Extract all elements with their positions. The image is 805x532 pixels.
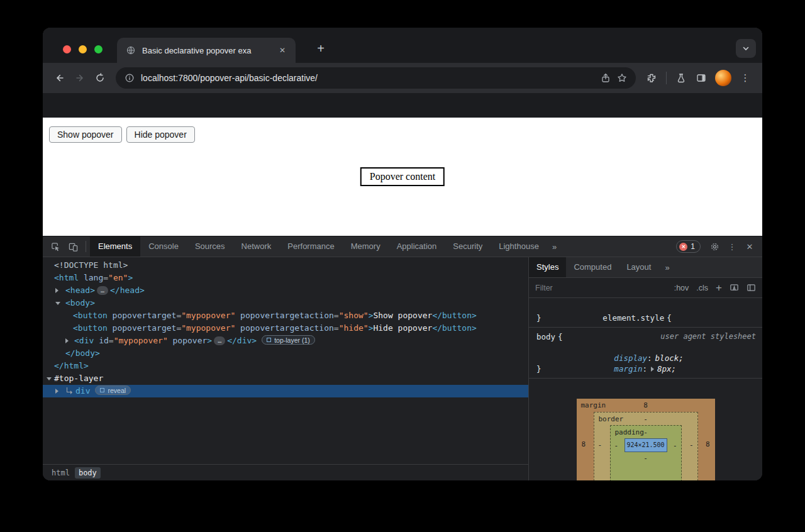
- tree-row[interactable]: <body>: [43, 297, 528, 309]
- body-style-rule[interactable]: body{ user agent stylesheet display:bloc…: [529, 328, 762, 379]
- sidebar-tab-styles[interactable]: Styles: [529, 257, 566, 277]
- tree-token: </head>: [110, 285, 145, 295]
- device-toolbar-icon[interactable]: [64, 238, 82, 255]
- expand-arrow-icon[interactable]: [55, 389, 58, 394]
- show-popover-button[interactable]: Show popover: [49, 126, 122, 143]
- back-button[interactable]: [50, 69, 69, 87]
- new-style-rule-button[interactable]: +: [716, 283, 722, 292]
- css-property-display[interactable]: display:block;: [536, 342, 756, 353]
- browser-menu-kebab-icon[interactable]: ⋮: [736, 69, 755, 87]
- reload-button[interactable]: [91, 69, 109, 87]
- tree-row[interactable]: #top-layer: [43, 372, 528, 385]
- site-info-icon[interactable]: [125, 73, 135, 83]
- devtools-tab-bar: ElementsConsoleSourcesNetworkPerformance…: [90, 236, 547, 257]
- inline-expand-button[interactable]: …: [214, 336, 225, 345]
- url-text[interactable]: localhost:7800/popover-api/basic-declara…: [141, 73, 594, 83]
- collapse-arrow-icon[interactable]: [55, 302, 60, 305]
- hide-popover-button[interactable]: Hide popover: [126, 126, 195, 143]
- tree-token: >: [128, 273, 133, 282]
- sidebar-tab-computed[interactable]: Computed: [566, 257, 619, 277]
- tree-token: =: [334, 311, 339, 320]
- toggle-computed-sidebar-icon[interactable]: [747, 283, 756, 292]
- styles-filter-input[interactable]: [535, 284, 604, 292]
- font-editor-icon[interactable]: [730, 283, 739, 292]
- tree-token: div: [75, 386, 90, 396]
- tree-token: <button: [73, 323, 108, 333]
- devtools-panel: ElementsConsoleSourcesNetworkPerformance…: [43, 236, 762, 480]
- inline-expand-button[interactable]: …: [97, 286, 108, 295]
- box-model-margin[interactable]: margin 8 8 8 border - - - padding: [577, 399, 715, 480]
- tree-token: <html: [54, 273, 79, 282]
- tab-search-button[interactable]: [736, 39, 756, 58]
- bookmark-star-icon[interactable]: [617, 73, 627, 83]
- more-panels-chevron[interactable]: »: [547, 242, 562, 252]
- tree-row[interactable]: <div id="mypopover" popover>…</div>top-l…: [43, 335, 528, 347]
- browser-tab[interactable]: Basic declarative popover exa ✕: [117, 38, 296, 63]
- side-panel-icon[interactable]: [692, 69, 711, 87]
- expand-shorthand-arrow[interactable]: [651, 367, 654, 372]
- expand-arrow-icon[interactable]: [65, 338, 69, 343]
- tree-token: popovertargetaction: [235, 311, 334, 320]
- breadcrumb-body[interactable]: body: [75, 467, 101, 479]
- collapse-arrow-icon[interactable]: [47, 377, 52, 380]
- box-model-diagram[interactable]: margin 8 8 8 border - - - padding: [577, 399, 715, 480]
- devtools-tab-security[interactable]: Security: [445, 236, 491, 257]
- tab-close-icon[interactable]: ✕: [277, 45, 288, 56]
- new-tab-button[interactable]: +: [312, 40, 330, 58]
- tree-row[interactable]: <button popovertarget="mypopover" popove…: [43, 309, 528, 322]
- box-model-padding[interactable]: padding - - - - 924×21.500: [610, 425, 682, 480]
- devtools-tab-memory[interactable]: Memory: [343, 236, 389, 257]
- extensions-puzzle-icon[interactable]: [642, 69, 661, 87]
- zoom-window-button[interactable]: [94, 45, 103, 53]
- box-model-border[interactable]: border - - - padding - - - -: [594, 412, 698, 480]
- minimize-window-button[interactable]: [79, 45, 87, 53]
- tree-row[interactable]: <!DOCTYPE html>: [43, 259, 528, 272]
- forward-button[interactable]: [70, 69, 89, 87]
- styles-sidebar: StylesComputedLayout » :hov .cls +: [528, 257, 762, 480]
- box-model-content[interactable]: 924×21.500: [625, 438, 667, 452]
- reveal-badge[interactable]: reveal: [95, 385, 131, 395]
- devtools-tab-performance[interactable]: Performance: [279, 236, 342, 257]
- sidebar-more-chevron[interactable]: »: [658, 263, 675, 272]
- address-bar[interactable]: localhost:7800/popover-api/basic-declara…: [116, 67, 636, 89]
- selector-body: body: [536, 332, 555, 341]
- devtools-close-icon[interactable]: ✕: [741, 238, 758, 255]
- error-badge[interactable]: ✕ 1: [676, 240, 701, 253]
- tree-token: Show popover: [373, 311, 432, 320]
- inspect-element-icon[interactable]: [47, 238, 64, 255]
- breadcrumb-html[interactable]: html: [48, 467, 74, 479]
- tree-row[interactable]: <button popovertarget="mypopover" popove…: [43, 322, 528, 335]
- experiments-flask-icon[interactable]: [672, 69, 691, 87]
- tree-row[interactable]: </html>: [43, 360, 528, 372]
- devtools-tab-sources[interactable]: Sources: [187, 236, 233, 257]
- tree-row[interactable]: <head>…</head>: [43, 284, 528, 297]
- traffic-lights: [63, 45, 103, 53]
- devtools-tab-elements[interactable]: Elements: [90, 236, 140, 257]
- share-icon[interactable]: [601, 73, 611, 83]
- dom-tree: <!DOCTYPE html><html lang="en"><head>…</…: [43, 257, 528, 397]
- devtools-settings-gear-icon[interactable]: [706, 238, 723, 255]
- devtools-tab-lighthouse[interactable]: Lighthouse: [491, 236, 547, 257]
- devtools-tab-network[interactable]: Network: [233, 236, 280, 257]
- tree-token: id: [94, 336, 108, 345]
- tree-token: "hide": [339, 323, 369, 333]
- element-classes-button[interactable]: .cls: [696, 284, 708, 292]
- reveal-link-arrow-icon: [67, 387, 71, 392]
- close-window-button[interactable]: [63, 45, 71, 53]
- tree-row[interactable]: </body>: [43, 347, 528, 360]
- web-page: Show popover Hide popover Popover conten…: [43, 118, 762, 236]
- tree-token: <div: [74, 336, 94, 345]
- tree-row[interactable]: <html lang="en">: [43, 272, 528, 284]
- top-layer-badge[interactable]: top-layer (1): [262, 335, 315, 345]
- toolbar-lower-band: [43, 93, 762, 118]
- expand-arrow-icon[interactable]: [55, 288, 58, 293]
- profile-avatar[interactable]: [715, 70, 731, 86]
- tree-row[interactable]: divreveal: [43, 385, 528, 397]
- sidebar-tab-layout[interactable]: Layout: [619, 257, 658, 277]
- toggle-element-state-button[interactable]: :hov: [674, 284, 689, 292]
- devtools-tab-application[interactable]: Application: [389, 236, 445, 257]
- devtools-tab-console[interactable]: Console: [140, 236, 187, 257]
- element-style-rule[interactable]: element.style{ }: [529, 298, 762, 328]
- devtools-menu-kebab-icon[interactable]: ⋮: [723, 238, 741, 255]
- desktop-background: Basic declarative popover exa ✕ +: [0, 0, 805, 532]
